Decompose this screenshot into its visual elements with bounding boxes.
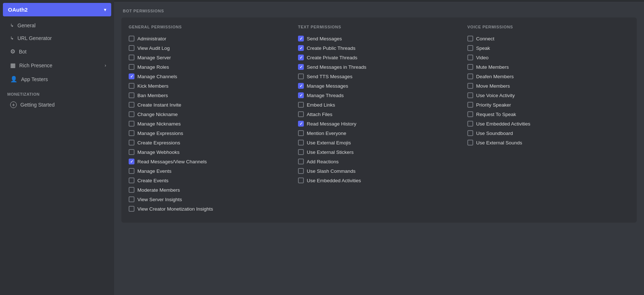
perm-checkbox[interactable]: [129, 159, 134, 164]
text-permissions-list: Send MessagesCreate Public ThreadsCreate…: [298, 36, 460, 183]
sidebar-item-general[interactable]: ↳ General: [3, 19, 111, 32]
sidebar-item-getting-started[interactable]: + Getting Started: [3, 98, 111, 111]
perm-label: Send Messages: [307, 36, 342, 41]
perm-checkbox[interactable]: [129, 64, 134, 70]
perm-label: Send TTS Messages: [307, 74, 353, 79]
voice-permissions-column: VOICE PERMISSIONS ConnectSpeakVideoMute …: [464, 25, 629, 215]
perm-checkbox[interactable]: [298, 168, 304, 174]
text-permissions-header: TEXT PERMISSIONS: [298, 25, 460, 31]
perm-checkbox[interactable]: [129, 168, 134, 174]
perm-checkbox[interactable]: [467, 121, 473, 127]
sidebar-item-app-testers[interactable]: 👤 App Testers: [3, 72, 111, 86]
perm-checkbox[interactable]: [467, 36, 473, 41]
sidebar-item-bot[interactable]: ⚙ Bot: [3, 45, 111, 58]
perm-label: Read Messages/View Channels: [137, 159, 207, 164]
perm-checkbox[interactable]: [467, 45, 473, 51]
perm-label: Mention Everyone: [307, 131, 346, 136]
perm-label: Use External Stickers: [307, 150, 354, 155]
perm-checkbox[interactable]: [129, 73, 134, 79]
perm-checkbox[interactable]: [467, 111, 473, 117]
perm-checkbox[interactable]: [298, 36, 304, 41]
person-icon: 👤: [10, 76, 17, 83]
perm-item: Create Events: [129, 178, 291, 183]
perm-checkbox[interactable]: [298, 178, 304, 183]
perm-label: View Server Insights: [137, 197, 182, 202]
perm-checkbox[interactable]: [129, 140, 134, 145]
main-content: BOT PERMISSIONS GENERAL PERMISSIONS Admi…: [114, 0, 644, 295]
perm-checkbox[interactable]: [298, 121, 304, 127]
perm-checkbox[interactable]: [129, 206, 134, 212]
sub-arrow-icon: ↳: [10, 23, 14, 28]
sidebar-item-getting-started-label: Getting Started: [20, 102, 55, 108]
perm-checkbox[interactable]: [129, 121, 134, 127]
perm-checkbox[interactable]: [467, 55, 473, 60]
perm-item: Manage Server: [129, 55, 291, 60]
perm-checkbox[interactable]: [467, 73, 473, 79]
perm-checkbox[interactable]: [467, 64, 473, 70]
perm-item: View Creator Monetization Insights: [129, 206, 291, 212]
perm-checkbox[interactable]: [298, 149, 304, 155]
perm-checkbox[interactable]: [129, 102, 134, 108]
perm-item: Use Soundboard: [467, 130, 629, 136]
perm-item: Manage Channels: [129, 73, 291, 79]
perm-checkbox[interactable]: [129, 178, 134, 183]
perm-checkbox[interactable]: [129, 187, 134, 193]
perm-item: Read Message History: [298, 121, 460, 127]
sidebar-item-url-generator[interactable]: ↳ URL Generator: [3, 32, 111, 44]
perm-checkbox[interactable]: [298, 92, 304, 98]
perm-item: Move Members: [467, 83, 629, 89]
perm-label: Manage Events: [137, 168, 172, 174]
perm-checkbox[interactable]: [129, 55, 134, 60]
perm-checkbox[interactable]: [298, 55, 304, 60]
perm-item: Manage Webhooks: [129, 149, 291, 155]
perm-checkbox[interactable]: [129, 196, 134, 202]
perm-checkbox[interactable]: [129, 149, 134, 155]
perm-item: Read Messages/View Channels: [129, 159, 291, 164]
perm-checkbox[interactable]: [467, 102, 473, 108]
chevron-down-icon: ▾: [104, 7, 106, 12]
sidebar-item-rich-presence[interactable]: ▦ Rich Presence ›: [3, 59, 111, 72]
perm-checkbox[interactable]: [129, 36, 134, 41]
perm-checkbox[interactable]: [298, 130, 304, 136]
perm-item: Create Instant Invite: [129, 102, 291, 108]
perm-checkbox[interactable]: [129, 45, 134, 51]
perm-checkbox[interactable]: [467, 83, 473, 89]
perm-label: Mute Members: [476, 64, 509, 70]
bot-permissions-header: BOT PERMISSIONS: [114, 1, 644, 17]
perm-item: Use External Sounds: [467, 140, 629, 145]
perm-label: Administrator: [137, 36, 166, 41]
perm-label: Manage Roles: [137, 64, 169, 70]
perm-checkbox[interactable]: [298, 83, 304, 89]
perm-checkbox[interactable]: [129, 83, 134, 89]
perm-checkbox[interactable]: [467, 140, 473, 145]
perm-checkbox[interactable]: [298, 64, 304, 70]
perm-label: Add Reactions: [307, 159, 339, 164]
oauth2-dropdown-button[interactable]: OAuth2 ▾: [3, 3, 111, 16]
chevron-right-icon: ›: [105, 63, 106, 68]
perm-label: Moderate Members: [137, 187, 180, 193]
perm-checkbox[interactable]: [298, 102, 304, 108]
general-permissions-column: GENERAL PERMISSIONS AdministratorView Au…: [129, 25, 294, 215]
perm-item: Use Slash Commands: [298, 168, 460, 174]
plus-icon: +: [10, 101, 17, 108]
perm-checkbox[interactable]: [298, 140, 304, 145]
perm-checkbox[interactable]: [298, 159, 304, 164]
perm-label: Create Expressions: [137, 140, 180, 145]
perm-label: Priority Speaker: [476, 102, 511, 108]
perm-item: View Server Insights: [129, 196, 291, 202]
perm-item: Send TTS Messages: [298, 73, 460, 79]
perm-checkbox[interactable]: [129, 92, 134, 98]
perm-checkbox[interactable]: [298, 45, 304, 51]
perm-item: Create Private Threads: [298, 55, 460, 60]
perm-label: Create Private Threads: [307, 55, 357, 60]
perm-checkbox[interactable]: [129, 130, 134, 136]
perm-checkbox[interactable]: [467, 92, 473, 98]
perm-checkbox[interactable]: [129, 111, 134, 117]
perm-item: Video: [467, 55, 629, 60]
perm-label: Manage Webhooks: [137, 150, 180, 155]
perm-label: View Creator Monetization Insights: [137, 206, 213, 212]
perm-checkbox[interactable]: [467, 130, 473, 136]
perm-checkbox[interactable]: [298, 111, 304, 117]
perm-label: Attach Files: [307, 112, 333, 117]
perm-checkbox[interactable]: [298, 73, 304, 79]
